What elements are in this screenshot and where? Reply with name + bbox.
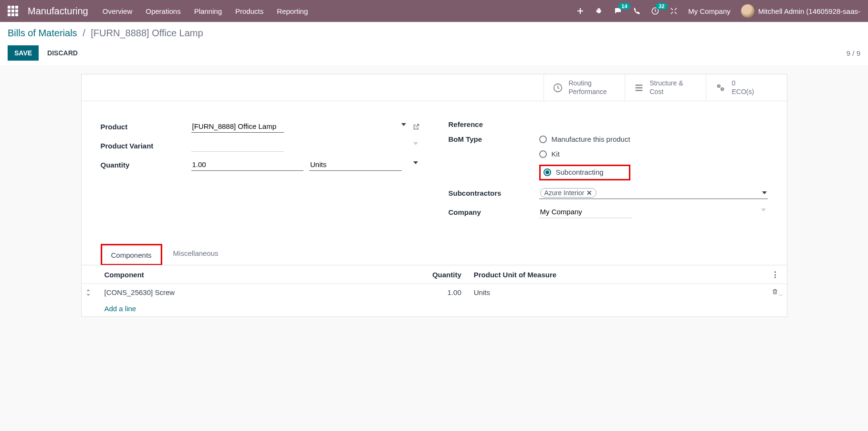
menu-overview[interactable]: Overview bbox=[103, 7, 133, 15]
radio-icon bbox=[544, 168, 551, 176]
highlight-subcontracting: Subcontracting bbox=[539, 165, 630, 180]
label-quantity: Quantity bbox=[101, 161, 191, 169]
tab-components[interactable]: Components bbox=[102, 246, 161, 264]
menu-reporting[interactable]: Reporting bbox=[277, 7, 308, 15]
tabs: Components Miscellaneous bbox=[82, 244, 787, 265]
label-variant: Product Variant bbox=[101, 142, 191, 150]
caret-down-icon bbox=[761, 209, 766, 211]
components-table: Component Quantity Product Unit of Measu… bbox=[82, 265, 787, 316]
breadcrumb-current: [FURN_8888] Office Lamp bbox=[91, 28, 203, 38]
app-brand[interactable]: Manufacturing bbox=[28, 6, 88, 17]
col-quantity: Quantity bbox=[348, 265, 465, 284]
main-menu: Overview Operations Planning Products Re… bbox=[103, 7, 308, 15]
save-button[interactable]: SAVE bbox=[8, 45, 39, 61]
label-product: Product bbox=[101, 123, 191, 131]
stat-buttons: RoutingPerformance Structure &Cost 0ECO(… bbox=[82, 74, 787, 101]
messages-badge: 14 bbox=[618, 3, 630, 10]
list-icon bbox=[634, 83, 644, 93]
company-switcher[interactable]: My Company bbox=[688, 7, 730, 15]
label-company: Company bbox=[449, 208, 539, 216]
table-row[interactable]: [CONS_25630] Screw 1.00 Units ... bbox=[82, 284, 787, 301]
caret-down-icon bbox=[413, 142, 418, 145]
external-link-icon[interactable] bbox=[413, 123, 420, 130]
add-line-link[interactable]: Add a line bbox=[105, 305, 136, 313]
product-field[interactable] bbox=[191, 120, 284, 133]
col-component: Component bbox=[101, 265, 349, 284]
phone-icon[interactable] bbox=[633, 7, 640, 15]
clock-icon bbox=[553, 83, 563, 93]
cell-component[interactable]: [CONS_25630] Screw bbox=[101, 284, 349, 301]
activities-badge: 32 bbox=[656, 3, 667, 10]
delete-row-icon[interactable]: ... bbox=[768, 284, 787, 301]
label-reference: Reference bbox=[449, 120, 539, 128]
radio-kit[interactable]: Kit bbox=[539, 150, 630, 158]
user-name: Mitchell Admin (14605928-saas- bbox=[758, 7, 860, 15]
caret-down-icon bbox=[413, 161, 418, 164]
variant-field[interactable] bbox=[191, 139, 284, 152]
cell-uom[interactable]: Units bbox=[465, 284, 768, 301]
highlight-components-tab: Components bbox=[101, 244, 162, 265]
avatar-icon bbox=[741, 4, 754, 18]
top-nav: Manufacturing Overview Operations Planni… bbox=[0, 0, 868, 22]
radio-icon bbox=[539, 150, 547, 158]
drag-handle-icon[interactable] bbox=[82, 284, 101, 301]
pager[interactable]: 9 / 9 bbox=[847, 49, 860, 57]
radio-icon bbox=[539, 136, 547, 143]
activities-icon[interactable]: 32 bbox=[651, 7, 659, 15]
svg-point-6 bbox=[722, 88, 722, 89]
col-uom: Product Unit of Measure bbox=[465, 265, 768, 284]
gears-icon bbox=[715, 83, 726, 93]
radio-subcontracting[interactable]: Subcontracting bbox=[544, 168, 604, 176]
label-bom-type: BoM Type bbox=[449, 135, 539, 143]
systray: 14 32 My Company Mitchell Admin (1460592… bbox=[576, 4, 860, 18]
tag-azure-interior[interactable]: Azure Interior ✕ bbox=[540, 188, 596, 198]
form-left-col: Product Product Varia bbox=[101, 120, 420, 225]
menu-planning[interactable]: Planning bbox=[194, 7, 222, 15]
user-menu[interactable]: Mitchell Admin (14605928-saas- bbox=[741, 4, 860, 18]
radio-manufacture[interactable]: Manufacture this product bbox=[539, 135, 630, 143]
svg-point-5 bbox=[718, 85, 719, 86]
label-subcontractors: Subcontractors bbox=[449, 189, 539, 197]
uom-field[interactable] bbox=[309, 158, 402, 171]
column-options-icon[interactable]: ⋮ bbox=[768, 265, 787, 284]
caret-down-icon bbox=[401, 123, 406, 126]
form-right-col: Reference BoM Type Manufacture this prod… bbox=[449, 120, 768, 225]
tools-icon[interactable] bbox=[670, 7, 678, 15]
stat-routing-performance[interactable]: RoutingPerformance bbox=[544, 74, 625, 101]
messages-icon[interactable]: 14 bbox=[614, 7, 622, 15]
bug-icon[interactable] bbox=[595, 7, 603, 15]
cell-qty[interactable]: 1.00 bbox=[348, 284, 465, 301]
svg-point-0 bbox=[597, 10, 600, 13]
tag-remove-icon[interactable]: ✕ bbox=[586, 189, 592, 197]
plus-icon[interactable] bbox=[576, 7, 584, 15]
subcontractors-field[interactable]: Azure Interior ✕ bbox=[539, 187, 768, 199]
menu-products[interactable]: Products bbox=[235, 7, 263, 15]
discard-button[interactable]: DISCARD bbox=[47, 49, 78, 57]
apps-icon[interactable] bbox=[8, 6, 18, 16]
company-field[interactable] bbox=[539, 206, 632, 218]
breadcrumb-root[interactable]: Bills of Materials bbox=[8, 28, 77, 38]
stat-structure-cost[interactable]: Structure &Cost bbox=[625, 74, 706, 101]
stat-ecos[interactable]: 0ECO(s) bbox=[706, 74, 787, 101]
control-panel: Bills of Materials / [FURN_8888] Office … bbox=[0, 22, 868, 65]
quantity-field[interactable] bbox=[191, 158, 304, 171]
tab-miscellaneous[interactable]: Miscellaneous bbox=[164, 244, 228, 265]
caret-down-icon bbox=[762, 191, 767, 194]
breadcrumb: Bills of Materials / [FURN_8888] Office … bbox=[8, 28, 860, 39]
menu-operations[interactable]: Operations bbox=[146, 7, 180, 15]
form-sheet: RoutingPerformance Structure &Cost 0ECO(… bbox=[81, 74, 787, 317]
